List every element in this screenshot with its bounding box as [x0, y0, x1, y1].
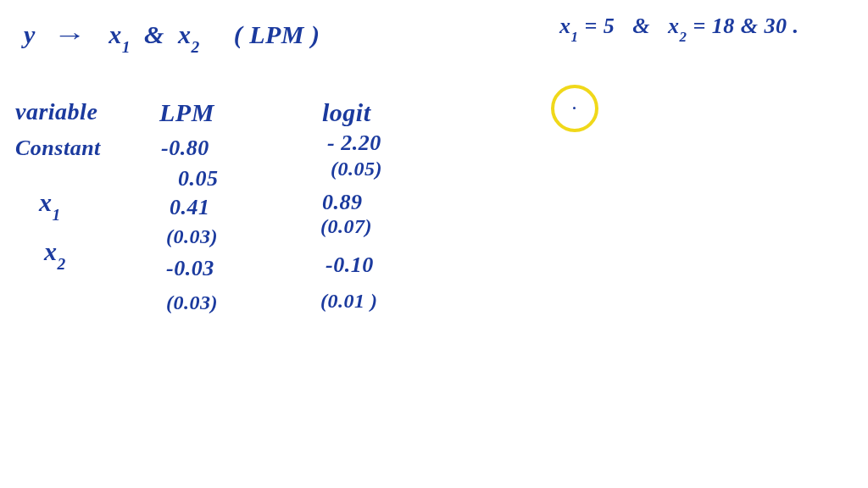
cell-x1-lpm-se: (0.03)	[166, 225, 218, 248]
given-eq1: = 5	[584, 14, 615, 38]
given-x2-sub: 2	[680, 29, 687, 45]
row-label-x2-sub: 2	[58, 255, 66, 273]
cell-constant-logit: - 2.20	[327, 130, 381, 156]
row-label-x1-sub: 1	[53, 206, 61, 224]
eq-amp: &	[144, 20, 164, 48]
cell-x1-logit: 0.89	[322, 190, 363, 215]
cell-x2-lpm: -0.03	[166, 256, 214, 281]
cell-constant-logit-se: (0.05)	[331, 158, 382, 180]
cell-constant-lpm: -0.80	[161, 136, 209, 161]
cell-x2-lpm-se: (0.03)	[166, 291, 218, 314]
arrow-icon: →	[52, 20, 86, 49]
col-header-lpm: LPM	[159, 98, 214, 127]
given-x1-sub: 1	[571, 29, 579, 45]
given-x1: x	[559, 14, 571, 38]
given-amp: &	[632, 14, 650, 38]
cell-constant-lpm-se: 0.05	[178, 166, 219, 191]
cell-x1-logit-se: (0.07)	[320, 215, 372, 238]
eq-x1-sub: 1	[122, 38, 131, 56]
row-label-x2: x2	[44, 237, 66, 270]
given-x2: x	[668, 14, 680, 38]
row-label-x1-x: x	[39, 188, 53, 216]
equation-line-left: y → x1 & x2 ( LPM )	[24, 20, 320, 53]
eq-paren: ( LPM )	[234, 20, 320, 48]
cell-x2-logit-se: (0.01 )	[320, 290, 377, 313]
eq-y: y	[24, 20, 36, 48]
given-line-right: x1 = 5 & x2 = 18 & 30 .	[559, 14, 799, 42]
row-label-x2-x: x	[44, 237, 58, 265]
col-header-logit: logit	[322, 98, 371, 127]
row-label-constant: Constant	[15, 136, 101, 161]
row-label-x1: x1	[39, 188, 61, 221]
eq-x1: x	[108, 20, 122, 48]
col-header-variable: variable	[15, 98, 97, 125]
eq-x2: x	[178, 20, 192, 48]
cell-x2-logit: -0.10	[326, 252, 374, 278]
cell-x1-lpm: 0.41	[170, 195, 210, 220]
given-eq2: = 18 & 30 .	[693, 14, 798, 38]
eq-x2-sub: 2	[191, 38, 199, 56]
highlight-center-dot	[573, 107, 576, 109]
